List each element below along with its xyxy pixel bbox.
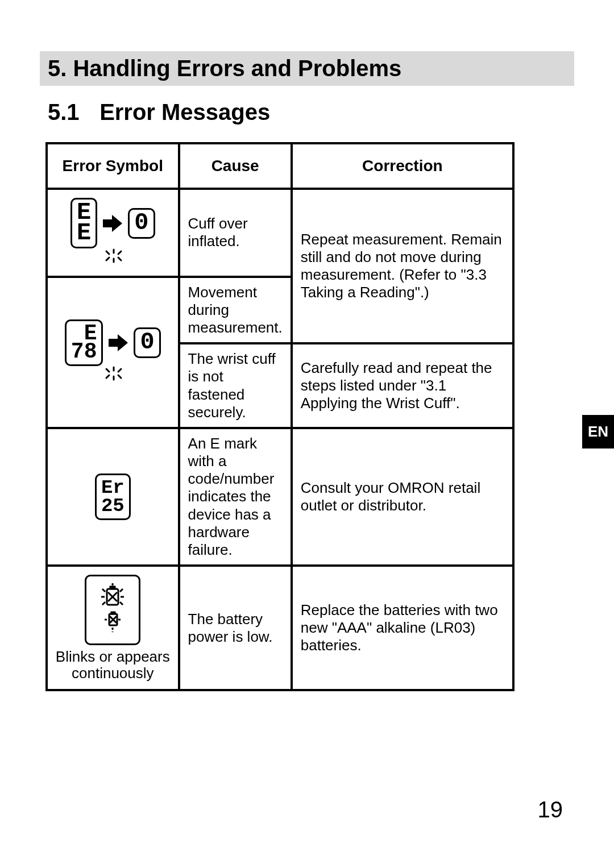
correction-cell: Repeat measurement. Remain still and do … [292,189,513,343]
error-symbol-e78: E 78 0 [51,319,175,367]
blink-icon [104,366,123,385]
error-table: Error Symbol Cause Correction E E 0 [45,142,515,691]
blink-icon [104,248,123,267]
section-title: 5. Handling Errors and Problems [40,51,574,86]
lcd-icon: E E [70,198,97,248]
svg-line-2 [118,251,121,254]
correction-cell: Consult your OMRON retail outlet or dist… [292,428,513,566]
subsection-title: Error Messages [99,99,270,124]
arrow-right-icon [103,215,122,232]
svg-line-4 [118,258,121,260]
svg-line-10 [118,375,121,378]
table-row: E E 0 [47,189,513,277]
table-row: Er 25 An E mark with a code/number indic… [47,428,513,566]
arrow-right-icon [109,334,128,351]
col-correction: Correction [292,143,513,189]
subsection-heading: 5.1 Error Messages [48,99,574,125]
cause-cell: Movement during measurement. [179,277,292,344]
cause-cell: The battery power is low. [179,566,292,690]
svg-line-1 [106,251,109,254]
symbol-caption: Blinks or appears continuously [51,649,175,681]
svg-rect-14 [110,587,115,589]
svg-line-19 [102,589,105,592]
lcd-icon: 0 [134,327,160,358]
svg-line-22 [120,602,123,605]
svg-line-21 [102,602,105,605]
error-symbol-er25: Er 25 [95,474,131,521]
svg-line-7 [106,369,109,372]
svg-line-9 [106,375,109,378]
col-cause: Cause [179,143,292,189]
error-symbol-ee: E E 0 [51,198,175,248]
svg-line-20 [120,589,123,592]
subsection-number: 5.1 [48,99,93,125]
svg-line-3 [106,258,109,260]
page-number: 19 [538,797,563,823]
table-row: Blinks or appears continuously The batte… [47,566,513,690]
svg-rect-24 [111,612,115,614]
battery-low-icon [97,583,128,634]
language-tab: EN [582,415,614,448]
cause-cell: An E mark with a code/number indicates t… [179,428,292,566]
cause-cell: The wrist cuff is not fastened securely. [179,343,292,428]
error-symbol-battery [51,575,175,645]
col-error-symbol: Error Symbol [47,143,179,189]
correction-cell: Carefully read and repeat the steps list… [292,343,513,428]
lcd-icon: E 78 [65,319,103,367]
lcd-icon: 0 [128,208,155,239]
correction-cell: Replace the batteries with two new "AAA"… [292,566,513,690]
cause-cell: Cuff over inflated. [179,189,292,277]
svg-line-8 [118,369,121,372]
